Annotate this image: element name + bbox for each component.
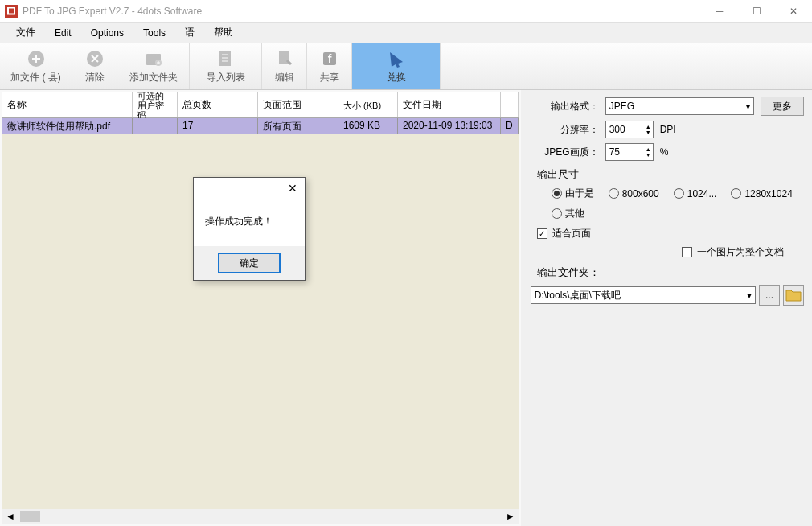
convert-icon [387,49,406,68]
dialog-close-button[interactable]: ✕ [285,182,300,196]
share-icon: f [320,49,339,68]
col-size[interactable]: 大小 (KB) [338,92,398,117]
svg-rect-4 [219,51,231,66]
title-bar: PDF To JPG Expert V2.7 - 4dots Software … [0,0,812,23]
chevron-down-icon: ▾ [746,102,750,111]
toolbar: 加文件 ( 县) 清除 添加文件夹 导入列表 编辑 f 共享 兑换 [0,43,812,90]
settings-panel: 输出格式： JPEG ▾ 更多 分辨率： 300 ▲▼ DPI JPEG画质： … [521,90,812,526]
quality-label: JPEG画质： [529,146,605,159]
convert-button[interactable]: 兑换 [352,43,441,89]
import-list-icon [216,49,236,68]
close-button[interactable]: ✕ [775,0,812,23]
col-name[interactable]: 名称 [2,92,133,117]
menu-tools[interactable]: Tools [133,24,175,42]
edit-icon [275,49,294,68]
resolution-unit: DPI [660,124,676,135]
format-select[interactable]: JPEG ▾ [605,97,754,115]
table-row[interactable]: 微讲师软件使用帮助.pdf 17 所有页面 1609 KB 2020-11-09… [2,118,519,134]
add-folder-button[interactable]: 添加文件夹 [117,43,190,89]
browse-button[interactable]: ... [759,285,780,306]
size-option-1024[interactable]: 1024... [674,188,717,199]
col-date[interactable]: 文件日期 [398,92,501,117]
col-password[interactable]: 可选的用户密码 [133,92,178,117]
size-option-800[interactable]: 800x600 [609,188,659,199]
share-button[interactable]: f 共享 [307,43,352,89]
output-size-label: 输出尺寸 [537,167,804,182]
spin-buttons[interactable]: ▲▼ [646,124,651,135]
svg-rect-5 [279,51,289,64]
menu-language[interactable]: 语 [175,23,204,43]
add-folder-icon [144,49,163,68]
size-option-other[interactable]: 其他 [552,207,584,220]
table-header: 名称 可选的用户密码 总页数 页面范围 大小 (KB) 文件日期 [2,92,519,118]
edit-button[interactable]: 编辑 [262,43,307,89]
col-pages[interactable]: 总页数 [178,92,258,117]
window-title: PDF To JPG Expert V2.7 - 4dots Software [23,6,202,17]
menu-edit[interactable]: Edit [45,24,81,42]
minimize-button[interactable]: ─ [701,0,738,23]
success-dialog: ✕ 操作成功完成！ 确定 [193,177,306,281]
app-icon [5,5,18,18]
folder-open-icon [784,286,803,305]
file-list-panel: 名称 可选的用户密码 总页数 页面范围 大小 (KB) 文件日期 微讲师软件使用… [2,92,519,524]
resolution-label: 分辨率： [529,123,605,137]
horizontal-scrollbar[interactable]: ◄ ► [2,509,519,524]
format-label: 输出格式： [529,100,605,113]
output-folder-label: 输出文件夹： [537,265,804,280]
more-button[interactable]: 更多 [761,97,804,116]
dialog-ok-button[interactable]: 确定 [218,253,281,273]
menu-options[interactable]: Options [81,24,133,42]
import-list-button[interactable]: 导入列表 [190,43,262,89]
one-image-per-doc-checkbox[interactable]: 一个图片为整个文档 [529,245,804,259]
quality-unit: % [660,146,669,158]
dialog-message: 操作成功完成！ [194,200,305,246]
menu-bar: 文件 Edit Options Tools 语 帮助 [0,23,812,43]
col-range[interactable]: 页面范围 [258,92,338,117]
clear-button[interactable]: 清除 [72,43,117,89]
chevron-down-icon: ▾ [747,290,752,301]
spin-buttons[interactable]: ▲▼ [646,146,651,158]
menu-file[interactable]: 文件 [6,23,45,43]
output-folder-select[interactable]: D:\tools\桌面\下载吧 ▾ [531,286,756,304]
size-option-1280[interactable]: 1280x1024 [731,188,792,199]
open-folder-button[interactable] [783,285,804,306]
clear-icon [85,49,105,68]
fit-page-checkbox[interactable]: 适合页面 [529,227,804,240]
add-file-icon [27,49,46,68]
add-file-button[interactable]: 加文件 ( 县) [0,43,72,89]
maximize-button[interactable]: ☐ [738,0,775,23]
svg-text:f: f [327,52,331,65]
menu-help[interactable]: 帮助 [204,23,243,43]
col-last[interactable] [501,92,519,117]
resolution-input[interactable]: 300 ▲▼ [605,121,654,138]
quality-input[interactable]: 75 ▲▼ [605,143,654,161]
size-option-default[interactable]: 由于是 [552,187,594,200]
